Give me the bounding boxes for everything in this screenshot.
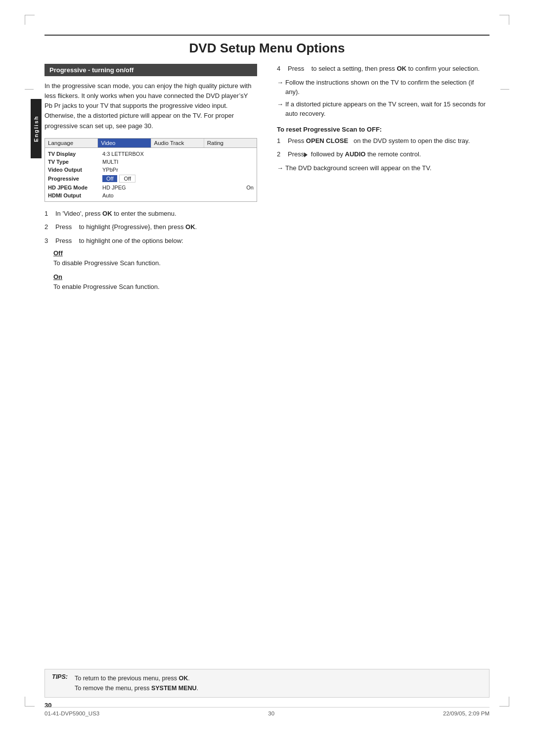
- reset-step-2: 2 Press followed by AUDIO the remote con…: [277, 149, 490, 159]
- menu-header-language: Language: [45, 139, 98, 147]
- menu-table-body: TV Display 4:3 LETTERBOX TV Type MULTI V…: [45, 148, 257, 201]
- footer-right: 22/09/05, 2:09 PM: [443, 710, 490, 716]
- tips-line-2: To remove the menu, press SYSTEM MENU.: [75, 683, 198, 693]
- reset-step-1-text: Press OPEN CLOSE on the DVD system to op…: [288, 136, 490, 146]
- menu-row-progressive: Progressive Off Off: [48, 174, 254, 184]
- right-column: 4 Press to select a setting, then press …: [277, 64, 490, 297]
- tips-line-1: To return to the previous menu, press OK…: [75, 673, 198, 683]
- menu-value-tvtype: MULTI: [102, 159, 118, 165]
- arrow-icon-1: →: [277, 78, 283, 88]
- menu-header-audiotrack: Audio Track: [151, 139, 204, 147]
- menu-value-progressive-on: Off: [119, 175, 135, 183]
- menu-label-tvtype: TV Type: [48, 159, 102, 165]
- page-container: English DVD Setup Menu Options Progressi…: [0, 0, 534, 756]
- menu-label-hdmioutput: HDMI Output: [48, 192, 102, 198]
- page-title: DVD Setup Menu Options: [44, 35, 490, 56]
- step-3: 3 Press to highlight one of the options …: [44, 236, 257, 246]
- subsection-title-reset: To reset Progressive Scan to OFF:: [277, 126, 490, 133]
- content-area: Progressive - turning on/off In the prog…: [44, 64, 490, 297]
- tips-box: TIPS: To return to the previous menu, pr…: [44, 669, 490, 698]
- reset-step-1: 1 Press OPEN CLOSE on the DVD system to …: [277, 136, 490, 146]
- menu-row-videooutput: Video Output YPbPr: [48, 166, 254, 174]
- menu-value-hdjpegmode: HD JPEG: [102, 185, 126, 190]
- menu-table-header: Language Video Audio Track Rating: [45, 139, 257, 148]
- arrow-text-1: Follow the instructions shown on the TV …: [285, 78, 490, 97]
- corner-mark-br: [499, 697, 509, 707]
- section-heading: Progressive - turning on/off: [44, 64, 257, 76]
- step-4-num: 4: [277, 64, 286, 74]
- option-on-text: To enable Progressive Scan function.: [53, 282, 257, 292]
- corner-mark-bl: [25, 697, 35, 707]
- menu-header-video: Video: [98, 139, 151, 147]
- arrow-icon-2: →: [277, 99, 283, 109]
- step-2-text: Press to highlight {Progressive}, then p…: [55, 222, 257, 232]
- step-3-text: Press to highlight one of the options be…: [55, 236, 257, 246]
- corner-mark-tl: [25, 15, 35, 25]
- option-off-heading: Off: [53, 249, 257, 257]
- menu-row-tvdisplay: TV Display 4:3 LETTERBOX: [48, 150, 254, 158]
- arrow-bullet-1: → Follow the instructions shown on the T…: [277, 78, 490, 97]
- menu-label-progressive: Progressive: [48, 176, 102, 182]
- option-on-block: On To enable Progressive Scan function.: [53, 273, 257, 292]
- arrow-bullet-3: → The DVD background screen will appear …: [277, 163, 490, 173]
- tips-content: To return to the previous menu, press OK…: [75, 673, 198, 693]
- menu-row-tvtype: TV Type MULTI: [48, 158, 254, 166]
- side-mark-left: [25, 89, 34, 90]
- arrow-icon-3: →: [277, 163, 283, 173]
- menu-value-tvdisplay: 4:3 LETTERBOX: [102, 151, 144, 157]
- reset-step-2-text: Press followed by AUDIO the remote contr…: [288, 149, 490, 159]
- side-mark-right: [500, 89, 509, 90]
- step-4: 4 Press to select a setting, then press …: [277, 64, 490, 74]
- menu-label-tvdisplay: TV Display: [48, 151, 102, 157]
- english-sidebar: English: [31, 99, 42, 158]
- step-3-num: 3: [44, 236, 53, 246]
- left-column: Progressive - turning on/off In the prog…: [44, 64, 257, 297]
- corner-mark-tr: [499, 15, 509, 25]
- step-2-num: 2: [44, 222, 53, 232]
- step-4-text: Press to select a setting, then press OK…: [288, 64, 490, 74]
- footer-left: 01-41-DVP5900_US3: [44, 710, 99, 716]
- menu-label-videooutput: Video Output: [48, 167, 102, 173]
- menu-value-hdmioutput: Auto: [102, 192, 114, 198]
- menu-header-rating: Rating: [204, 139, 257, 147]
- menu-value-hdjpegmode-on: On: [246, 185, 254, 190]
- menu-row-hdjpegmode: HD JPEG Mode HD JPEG On: [48, 184, 254, 191]
- menu-value-progressive-off: Off: [102, 175, 117, 182]
- option-off-text: To disable Progressive Scan function.: [53, 258, 257, 268]
- footer-center: 30: [268, 710, 274, 716]
- arrow-text-3: The DVD background screen will appear on…: [285, 163, 490, 173]
- step-1-num: 1: [44, 209, 53, 219]
- arrow-text-2: If a distorted picture appears on the TV…: [285, 99, 490, 119]
- option-off-block: Off To disable Progressive Scan function…: [53, 249, 257, 268]
- option-on-heading: On: [53, 273, 257, 281]
- menu-value-videooutput: YPbPr: [102, 167, 118, 173]
- menu-label-hdjpegmode: HD JPEG Mode: [48, 185, 102, 190]
- reset-step-1-num: 1: [277, 136, 286, 146]
- step-1: 1 In 'Video', press OK to enter the subm…: [44, 209, 257, 219]
- menu-row-hdmioutput: HDMI Output Auto: [48, 191, 254, 199]
- footer: 01-41-DVP5900_US3 30 22/09/05, 2:09 PM: [44, 707, 490, 716]
- reset-step-2-num: 2: [277, 149, 286, 159]
- menu-table: Language Video Audio Track Rating TV Dis…: [44, 138, 257, 202]
- step-1-text: In 'Video', press OK to enter the submen…: [55, 209, 257, 219]
- arrow-bullet-2: → If a distorted picture appears on the …: [277, 99, 490, 119]
- tips-label: TIPS:: [52, 673, 68, 680]
- step-2: 2 Press to highlight {Progressive}, then…: [44, 222, 257, 232]
- intro-text: In the progressive scan mode, you can en…: [44, 81, 257, 131]
